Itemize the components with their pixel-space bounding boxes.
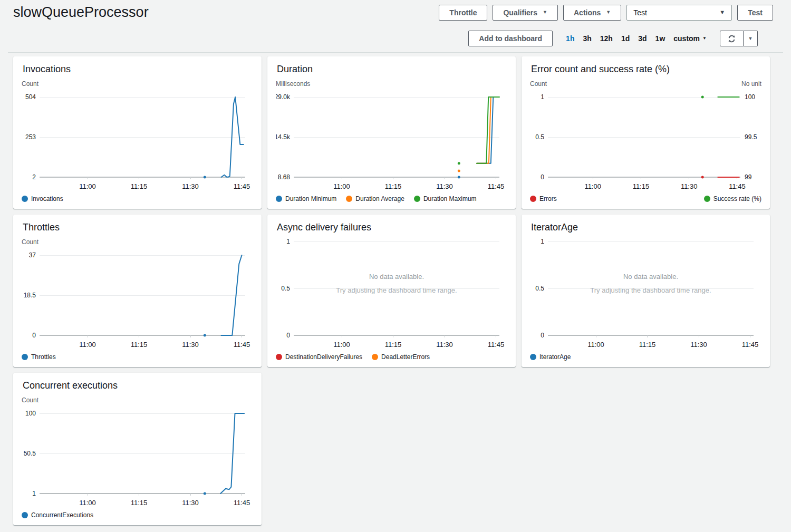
time-range-1w[interactable]: 1w	[655, 34, 665, 43]
y-tick-label: 0	[32, 332, 36, 339]
legend-item-duration-maximum[interactable]: Duration Maximum	[414, 195, 477, 202]
chart-title: Concurrent executions	[23, 380, 253, 391]
legend-label: Success rate (%)	[713, 195, 761, 202]
y-tick-label: 0.5	[535, 133, 544, 141]
y-tick-label: 14.5k	[276, 133, 291, 141]
add-to-dashboard-label: Add to dashboard	[479, 34, 542, 43]
qualifiers-button[interactable]: Qualifiers ▼	[493, 5, 558, 21]
y-tick-label: 1	[541, 238, 544, 245]
y-tick-label: 0	[286, 332, 290, 339]
legend-item-destinationdeliveryfailures[interactable]: DestinationDeliveryFailures	[276, 353, 362, 361]
y-tick-label: 1	[286, 238, 290, 245]
legend-item-invocations[interactable]: Invocations	[22, 195, 63, 202]
y-tick-label: 0.5	[535, 285, 544, 292]
legend-label: Invocations	[31, 195, 63, 202]
y-tick-label: 29.0k	[276, 93, 291, 101]
chevron-down-icon: ▼	[702, 36, 707, 41]
legend-label: Duration Maximum	[423, 195, 477, 202]
x-tick-label: 11:00	[79, 182, 96, 190]
actions-button[interactable]: Actions ▼	[563, 5, 621, 21]
legend-item-concurrentexecutions[interactable]: ConcurrentExecutions	[22, 511, 93, 519]
legend-marker	[276, 196, 282, 202]
test-button-label: Test	[748, 8, 763, 17]
refresh-icon	[727, 34, 736, 43]
chart-canvas[interactable]: CountNo unit11000.599.509911:0011:1511:3…	[530, 79, 761, 194]
x-tick-label: 11:00	[587, 341, 604, 349]
time-range-3d[interactable]: 3d	[638, 34, 647, 43]
y-axis-unit-label: Milliseconds	[276, 80, 310, 88]
test-event-select[interactable]: Test ▼	[626, 5, 732, 21]
chart-title: Invocations	[23, 64, 253, 75]
time-range-selector: 1h3h12h1d3d1wcustom▼	[566, 34, 707, 43]
no-data-hint: Try adjusting the dashboard time range.	[336, 286, 457, 294]
data-point-invocations	[204, 176, 206, 179]
qualifiers-button-label: Qualifiers	[503, 8, 537, 17]
refresh-button[interactable]	[720, 31, 744, 46]
x-tick-label: 11:00	[79, 499, 96, 507]
chevron-down-icon: ▼	[719, 9, 725, 15]
chart-legend: Throttles	[22, 353, 253, 361]
legend-label: DeadLetterErrors	[381, 353, 430, 361]
data-point-concurrentexecutions	[204, 492, 206, 495]
legend-label: Duration Minimum	[285, 195, 336, 202]
y-tick-label: 18.5	[24, 292, 36, 299]
time-range-label: 1w	[655, 34, 665, 43]
legend-marker	[704, 196, 710, 202]
time-range-1h[interactable]: 1h	[566, 34, 574, 43]
no-data-message: No data available.	[623, 273, 678, 280]
legend-item-iteratorage[interactable]: IteratorAge	[530, 353, 571, 361]
chart-legend: IteratorAge	[530, 353, 761, 361]
chart-canvas[interactable]: Count3718.5011:0011:1511:3011:45	[22, 237, 253, 352]
legend-item-throttles[interactable]: Throttles	[22, 353, 56, 361]
y-tick-label: 504	[25, 93, 36, 101]
x-tick-label: 11:45	[234, 182, 250, 190]
legend-item-duration-minimum[interactable]: Duration Minimum	[276, 195, 336, 202]
y-tick-label: 1	[32, 490, 36, 497]
add-to-dashboard-button[interactable]: Add to dashboard	[468, 31, 553, 46]
y-tick-label: 253	[25, 133, 36, 141]
legend-marker	[530, 196, 536, 202]
throttle-button[interactable]: Throttle	[439, 5, 487, 21]
time-range-custom[interactable]: custom▼	[673, 34, 707, 43]
chart-title: Async delivery failures	[277, 222, 507, 233]
chart-panel-iteratorage: IteratorAge10.5011:0011:1511:3011:45No d…	[522, 215, 770, 367]
time-range-label: 1h	[566, 34, 574, 43]
chart-canvas[interactable]: Milliseconds29.0k14.5k8.6811:0011:1511:3…	[276, 79, 507, 194]
chevron-down-icon: ▼	[748, 36, 753, 41]
time-range-1d[interactable]: 1d	[621, 34, 630, 43]
y-tick-label: 0.5	[281, 285, 290, 292]
chart-canvas[interactable]: 10.5011:0011:1511:3011:45No data availab…	[276, 237, 507, 352]
chart-canvas[interactable]: Count10050.5111:0011:1511:3011:45	[22, 395, 253, 510]
legend-label: ConcurrentExecutions	[31, 511, 93, 519]
data-point-errors	[701, 176, 704, 179]
x-tick-label: 11:45	[234, 341, 250, 349]
legend-item-duration-average[interactable]: Duration Average	[346, 195, 404, 202]
time-range-3h[interactable]: 3h	[583, 34, 591, 43]
x-tick-label: 11:30	[436, 341, 453, 349]
legend-item-deadlettererrors[interactable]: DeadLetterErrors	[372, 353, 430, 361]
page-header: slowQueueProcessor Throttle Qualifiers ▼…	[0, 0, 791, 25]
refresh-options-button[interactable]: ▼	[744, 31, 758, 46]
x-tick-label: 11:30	[681, 182, 698, 190]
y-tick-label: 50.5	[24, 450, 36, 457]
legend-item-errors[interactable]: Errors	[530, 195, 557, 202]
x-tick-label: 11:30	[182, 182, 199, 190]
legend-label: IteratorAge	[539, 353, 571, 361]
y-tick-label: 37	[29, 252, 36, 259]
right-tick-label: 100	[745, 93, 755, 101]
chart-canvas[interactable]: Count504253211:0011:1511:3011:45	[22, 79, 253, 194]
y-axis-unit-label: Count	[22, 238, 39, 246]
refresh-split-button: ▼	[720, 31, 758, 46]
x-tick-label: 11:30	[690, 341, 707, 349]
test-button[interactable]: Test	[737, 5, 773, 21]
legend-item-success-rate[interactable]: Success rate (%)	[704, 195, 761, 202]
x-tick-label: 11:45	[742, 341, 759, 349]
x-tick-label: 11:15	[633, 182, 650, 190]
chart-canvas[interactable]: 10.5011:0011:1511:3011:45No data availab…	[530, 237, 761, 352]
y-tick-label: 100	[25, 410, 36, 417]
actions-button-label: Actions	[574, 8, 601, 17]
time-range-12h[interactable]: 12h	[600, 34, 613, 43]
x-tick-label: 11:15	[131, 182, 148, 190]
chart-title: Error count and success rate (%)	[531, 64, 761, 75]
lambda-monitoring-page: slowQueueProcessor Throttle Qualifiers ▼…	[0, 0, 791, 531]
